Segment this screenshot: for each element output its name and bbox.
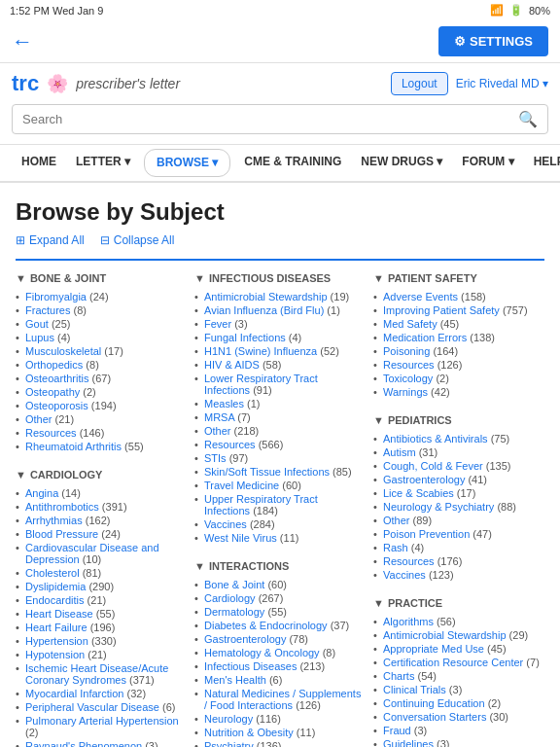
list-item[interactable]: MRSA (7): [194, 410, 366, 424]
list-item[interactable]: Antithrombotics (391): [16, 500, 187, 514]
list-item[interactable]: Infectious Diseases (213): [194, 659, 366, 673]
list-item[interactable]: HIV & AIDS (58): [194, 358, 366, 372]
list-item[interactable]: Dermatology (55): [194, 605, 366, 619]
list-item[interactable]: Hypertension (330): [16, 634, 187, 648]
list-item[interactable]: Osteoarthritis (67): [16, 372, 187, 385]
list-item[interactable]: Autism (31): [373, 445, 544, 459]
search-icon[interactable]: 🔍: [518, 110, 538, 128]
list-item[interactable]: Conversation Starters (30): [373, 710, 544, 724]
list-item[interactable]: Gout (25): [16, 317, 187, 331]
list-item[interactable]: Heart Disease (55): [16, 607, 187, 621]
list-item[interactable]: Resources (126): [373, 358, 544, 372]
list-item[interactable]: Hematology & Oncology (8): [194, 646, 366, 659]
list-item[interactable]: Algorithms (56): [373, 615, 544, 628]
nav-home[interactable]: HOME: [12, 145, 66, 181]
list-item[interactable]: Pulmonary Arterial Hypertension (2): [16, 714, 187, 739]
list-item[interactable]: Antimicrobial Stewardship (19): [194, 290, 366, 303]
nav-letter[interactable]: LETTER ▾: [66, 145, 140, 181]
list-item[interactable]: Vaccines (123): [373, 568, 544, 582]
list-item[interactable]: Osteoporosis (194): [16, 399, 187, 412]
collapse-all-button[interactable]: ⊟ Collapse All: [100, 233, 175, 247]
section-header-interactions[interactable]: ▼ INTERACTIONS: [194, 560, 366, 572]
list-item[interactable]: H1N1 (Swine) Influenza (52): [194, 344, 366, 358]
section-header-practice[interactable]: ▼ PRACTICE: [373, 597, 544, 609]
settings-button[interactable]: ⚙ SETTINGS: [438, 26, 548, 56]
list-item[interactable]: Musculoskeletal (17): [16, 344, 187, 358]
list-item[interactable]: Travel Medicine (60): [194, 479, 366, 492]
list-item[interactable]: Fungal Infections (4): [194, 331, 366, 344]
list-item[interactable]: Neurology & Psychiatry (88): [373, 500, 544, 514]
logout-button[interactable]: Logout: [391, 72, 448, 95]
list-item[interactable]: Toxicology (2): [373, 372, 544, 385]
list-item[interactable]: Myocardial Infarction (32): [16, 687, 187, 700]
list-item[interactable]: Clinical Trials (3): [373, 683, 544, 696]
list-item[interactable]: Endocarditis (21): [16, 593, 187, 607]
list-item[interactable]: Certification Resource Center (7): [373, 656, 544, 669]
list-item[interactable]: Antimicrobial Stewardship (29): [373, 628, 544, 642]
list-item[interactable]: Arrhythmias (162): [16, 514, 187, 527]
list-item[interactable]: Rheumatoid Arthritis (55): [16, 440, 187, 453]
list-item[interactable]: Measles (1): [194, 397, 366, 410]
list-item[interactable]: Osteopathy (2): [16, 385, 187, 399]
list-item[interactable]: Poisoning (164): [373, 344, 544, 358]
list-item[interactable]: Adverse Events (158): [373, 290, 544, 303]
section-header-infectious-diseases[interactable]: ▼ INFECTIOUS DISEASES: [194, 272, 366, 284]
list-item[interactable]: Charts (54): [373, 669, 544, 683]
section-header-bone-joint[interactable]: ▼ BONE & JOINT: [16, 272, 187, 284]
user-info[interactable]: Eric Rivedal MD ▾: [456, 77, 548, 90]
list-item[interactable]: Warnings (42): [373, 385, 544, 399]
list-item[interactable]: Vaccines (284): [194, 517, 366, 531]
list-item[interactable]: Bone & Joint (60): [194, 578, 366, 591]
list-item[interactable]: Fibromyalgia (24): [16, 290, 187, 303]
list-item[interactable]: Neurology (116): [194, 712, 366, 726]
list-item[interactable]: Fractures (8): [16, 303, 187, 317]
list-item[interactable]: Upper Respiratory Tract Infections (184): [194, 492, 366, 517]
list-item[interactable]: Gastroenterology (78): [194, 632, 366, 646]
list-item[interactable]: Lower Respiratory Tract Infections (91): [194, 372, 366, 397]
list-item[interactable]: Men's Health (6): [194, 673, 366, 687]
list-item[interactable]: West Nile Virus (11): [194, 531, 366, 545]
list-item[interactable]: Natural Medicines / Supplements / Food I…: [194, 687, 366, 712]
list-item[interactable]: Fever (3): [194, 317, 366, 331]
list-item[interactable]: Lupus (4): [16, 331, 187, 344]
list-item[interactable]: Diabetes & Endocrinology (37): [194, 619, 366, 632]
list-item[interactable]: Blood Pressure (24): [16, 527, 187, 541]
list-item[interactable]: Rash (4): [373, 541, 544, 554]
list-item[interactable]: Other (89): [373, 514, 544, 527]
list-item[interactable]: Antibiotics & Antivirals (75): [373, 432, 544, 445]
list-item[interactable]: Other (218): [194, 424, 366, 438]
list-item[interactable]: Cholesterol (81): [16, 566, 187, 580]
list-item[interactable]: Orthopedics (8): [16, 358, 187, 372]
list-item[interactable]: Avian Influenza (Bird Flu) (1): [194, 303, 366, 317]
list-item[interactable]: Resources (176): [373, 554, 544, 568]
list-item[interactable]: Medication Errors (138): [373, 331, 544, 344]
list-item[interactable]: Heart Failure (196): [16, 621, 187, 634]
list-item[interactable]: Nutrition & Obesity (11): [194, 726, 366, 739]
list-item[interactable]: Lice & Scabies (17): [373, 486, 544, 500]
list-item[interactable]: Improving Patient Safety (757): [373, 303, 544, 317]
nav-forum[interactable]: FORUM ▾: [452, 145, 523, 181]
list-item[interactable]: Peripheral Vascular Disease (6): [16, 700, 187, 714]
list-item[interactable]: Med Safety (45): [373, 317, 544, 331]
list-item[interactable]: Raynaud's Phenomenon (3): [16, 739, 187, 747]
list-item[interactable]: Cardiology (267): [194, 591, 366, 605]
list-item[interactable]: Cough, Cold & Fever (135): [373, 459, 544, 473]
section-header-cardiology[interactable]: ▼ CARDIOLOGY: [16, 469, 187, 480]
list-item[interactable]: Continuing Education (2): [373, 696, 544, 710]
list-item[interactable]: Cardiovascular Disease and Depression (1…: [16, 541, 187, 566]
nav-help[interactable]: HELP ▾: [524, 145, 560, 181]
nav-new-drugs[interactable]: NEW DRUGS ▾: [351, 145, 452, 181]
list-item[interactable]: Resources (146): [16, 426, 187, 440]
list-item[interactable]: STIs (97): [194, 451, 366, 465]
list-item[interactable]: Ischemic Heart Disease/Acute Coronary Sy…: [16, 661, 187, 687]
list-item[interactable]: Psychiatry (136): [194, 739, 366, 747]
back-button[interactable]: ←: [12, 29, 33, 54]
list-item[interactable]: Poison Prevention (47): [373, 527, 544, 541]
list-item[interactable]: Gastroenterology (41): [373, 473, 544, 486]
search-input[interactable]: [22, 112, 518, 126]
list-item[interactable]: Other (21): [16, 412, 187, 426]
list-item[interactable]: Fraud (3): [373, 724, 544, 737]
list-item[interactable]: Resources (566): [194, 438, 366, 451]
nav-browse[interactable]: BROWSE ▾: [144, 149, 230, 177]
section-header-patient-safety[interactable]: ▼ PATIENT SAFETY: [373, 272, 544, 284]
